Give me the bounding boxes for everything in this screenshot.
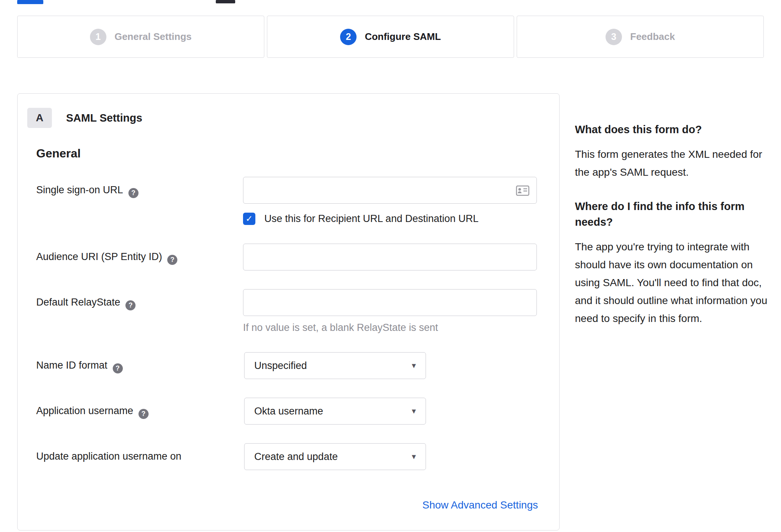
- field-label: Default RelayState?: [36, 289, 243, 334]
- audience-uri-input[interactable]: [243, 244, 537, 270]
- sidebar-question-2: Where do I find the info this form needs…: [575, 198, 773, 230]
- step-general-settings[interactable]: 1 General Settings: [17, 16, 264, 58]
- sso-url-label: Single sign-on URL: [36, 184, 123, 195]
- field-label: Audience URI (SP Entity ID)?: [36, 244, 243, 270]
- application-username-select[interactable]: Okta username ▾: [244, 398, 426, 425]
- help-icon[interactable]: ?: [113, 363, 123, 373]
- section-a-badge: A: [27, 108, 52, 128]
- step-label: General Settings: [115, 31, 192, 43]
- general-section-heading: General: [36, 147, 537, 160]
- audience-uri-label: Audience URI (SP Entity ID): [36, 251, 162, 262]
- step-configure-saml[interactable]: 2 Configure SAML: [267, 16, 514, 58]
- cropped-app-icon-fragment: [216, 0, 235, 3]
- panel-title: SAML Settings: [66, 112, 142, 124]
- name-id-format-label: Name ID format: [36, 360, 108, 371]
- sso-url-input[interactable]: [243, 177, 537, 204]
- chevron-down-icon: ▾: [412, 407, 416, 415]
- cropped-page-header-fragment: [17, 0, 43, 4]
- field-row-audience-uri: Audience URI (SP Entity ID)?: [36, 244, 537, 270]
- sidebar-answer-1: This form generates the XML needed for t…: [575, 145, 773, 181]
- selected-value: Unspecified: [254, 360, 307, 372]
- application-username-label: Application username: [36, 405, 133, 416]
- step-feedback[interactable]: 3 Feedback: [517, 16, 764, 58]
- advanced-settings-row: Show Advanced Settings: [36, 499, 538, 511]
- step-number-badge: 2: [340, 29, 357, 45]
- field-row-update-username: Update application username on Create an…: [36, 443, 537, 470]
- chevron-down-icon: ▾: [412, 362, 416, 370]
- update-username-label: Update application username on: [36, 451, 181, 462]
- field-row-sso-url: Single sign-on URL? ✓ Use this for Reci: [36, 177, 537, 225]
- step-number-badge: 1: [90, 29, 106, 45]
- help-icon[interactable]: ?: [125, 300, 136, 310]
- field-label: Update application username on: [36, 443, 244, 470]
- saml-settings-panel: A SAML Settings General Single sign-on U…: [17, 93, 560, 531]
- step-number-badge: 3: [606, 29, 622, 45]
- field-label: Application username?: [36, 398, 244, 425]
- sidebar-question-1: What does this form do?: [575, 122, 773, 137]
- help-icon[interactable]: ?: [139, 409, 149, 419]
- step-label: Feedback: [630, 31, 675, 43]
- relay-state-input[interactable]: [243, 289, 537, 316]
- panel-header: A SAML Settings: [27, 108, 537, 128]
- contact-card-icon: [516, 185, 529, 197]
- show-advanced-settings-link[interactable]: Show Advanced Settings: [422, 499, 538, 511]
- field-row-relay-state: Default RelayState? If no value is set, …: [36, 289, 537, 334]
- sidebar-answer-2: The app you're trying to integrate with …: [575, 238, 773, 328]
- field-row-name-id-format: Name ID format? Unspecified ▾: [36, 352, 537, 379]
- recipient-url-checkbox-row: ✓ Use this for Recipient URL and Destina…: [243, 213, 537, 225]
- relay-state-hint: If no value is set, a blank RelayState i…: [243, 322, 537, 334]
- selected-value: Okta username: [254, 406, 323, 417]
- field-label: Name ID format?: [36, 352, 244, 379]
- selected-value: Create and update: [254, 451, 338, 463]
- help-icon[interactable]: ?: [128, 188, 139, 198]
- field-label: Single sign-on URL?: [36, 177, 243, 225]
- help-sidebar: What does this form do? This form genera…: [575, 122, 773, 345]
- recipient-url-checkbox[interactable]: ✓: [243, 213, 255, 225]
- field-row-application-username: Application username? Okta username ▾: [36, 398, 537, 425]
- recipient-url-checkbox-label: Use this for Recipient URL and Destinati…: [264, 213, 479, 225]
- help-icon[interactable]: ?: [167, 255, 177, 265]
- step-label: Configure SAML: [365, 31, 441, 43]
- chevron-down-icon: ▾: [412, 453, 416, 461]
- name-id-format-select[interactable]: Unspecified ▾: [244, 352, 426, 379]
- wizard-stepper: 1 General Settings 2 Configure SAML 3 Fe…: [17, 16, 764, 58]
- update-username-select[interactable]: Create and update ▾: [244, 443, 426, 470]
- relay-state-label: Default RelayState: [36, 297, 120, 308]
